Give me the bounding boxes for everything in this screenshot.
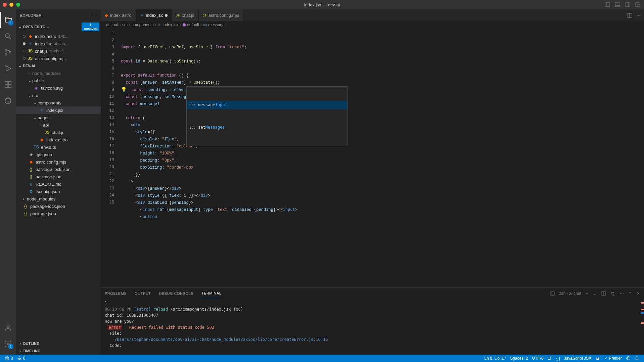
status-copilot-icon[interactable]: [593, 356, 602, 361]
open-editor-item[interactable]: ⚛ index.jsx ai-cha…: [16, 40, 101, 47]
activity-explorer[interactable]: 1: [0, 12, 16, 28]
folder-item[interactable]: ⌄public: [16, 77, 101, 84]
status-errors[interactable]: 0: [3, 355, 15, 362]
editor-body[interactable]: 1234567891011121314151617181920212223242…: [101, 29, 644, 287]
status-cursor-position[interactable]: Ln 8, Col 17: [482, 356, 508, 361]
suggest-item[interactable]: abc setMessages: [187, 123, 347, 132]
file-item[interactable]: ◆index.astro: [16, 136, 101, 143]
project-section[interactable]: ⌄ DEV-AI: [16, 62, 101, 70]
status-feedback-icon[interactable]: [624, 356, 633, 361]
breadcrumb[interactable]: ai-chat› src› components› ⚛ index.jsx› ⬢…: [101, 21, 644, 29]
status-prettier[interactable]: ✓Prettier: [602, 356, 624, 361]
file-item[interactable]: ◆astro.config.mjs: [16, 158, 101, 166]
activity-settings[interactable]: 1: [0, 336, 16, 352]
kill-terminal-icon[interactable]: [610, 291, 615, 296]
status-bell-icon[interactable]: [633, 356, 641, 361]
close-editor-icon[interactable]: [23, 50, 26, 52]
breadcrumb-item[interactable]: src: [122, 22, 128, 27]
file-item[interactable]: ◈.gitignore: [16, 151, 101, 158]
maximize-panel-icon[interactable]: ⌃: [629, 291, 632, 296]
open-editor-item[interactable]: JS chat.js ai-chat/…: [16, 47, 101, 55]
close-panel-icon[interactable]: ✕: [637, 291, 640, 296]
close-editor-icon[interactable]: [23, 57, 26, 60]
layout-panel-icon[interactable]: [614, 1, 621, 8]
customize-layout-icon[interactable]: [634, 1, 641, 8]
chevron-right-icon: ›: [17, 341, 23, 346]
activity-edge[interactable]: [0, 93, 16, 109]
lightbulb-icon[interactable]: 💡: [121, 87, 127, 92]
astro-file-icon: ◆: [28, 34, 33, 39]
file-item[interactable]: ▯README.md: [16, 180, 101, 188]
ts-file-icon: TS: [34, 144, 39, 150]
breadcrumb-item[interactable]: components: [132, 22, 153, 27]
status-language-braces-icon[interactable]: { }: [554, 356, 562, 361]
breadcrumb-item[interactable]: ⚛ index.jsx: [157, 22, 178, 27]
close-window-button[interactable]: [3, 3, 7, 7]
status-language[interactable]: JavaScript JSX: [562, 356, 593, 361]
unsaved-badge: 1 unsaved: [82, 22, 99, 31]
more-icon[interactable]: ⋯: [93, 13, 97, 17]
panel-tab-terminal[interactable]: TERMINAL: [201, 288, 222, 298]
file-item[interactable]: {}package-lock.json: [16, 202, 101, 210]
activity-run-debug[interactable]: [0, 60, 16, 77]
code-content[interactable]: import { useEffect, useRef, useState } f…: [121, 29, 644, 287]
timeline-section[interactable]: › TIMELINE: [16, 347, 101, 355]
activity-extensions[interactable]: [0, 77, 16, 93]
breadcrumb-item[interactable]: ▭ message: [203, 22, 225, 27]
split-terminal-icon[interactable]: [601, 291, 606, 296]
file-item[interactable]: {}package-lock.json: [16, 166, 101, 173]
tab-chat-js[interactable]: JS chat.js: [172, 9, 199, 21]
outline-section[interactable]: › OUTLINE: [16, 340, 101, 347]
open-editor-item[interactable]: ◆ index.astro ai-c…: [16, 33, 101, 40]
folder-item[interactable]: ⌄api: [16, 121, 101, 129]
folder-item[interactable]: ⌄components: [16, 99, 101, 106]
folder-item[interactable]: ›node_modules: [16, 70, 101, 77]
folder-item[interactable]: ⌄pages: [16, 114, 101, 121]
chevron-down-icon: ⌄: [17, 63, 23, 68]
svg-point-34: [598, 357, 599, 359]
status-indentation[interactable]: Spaces: 2: [508, 356, 530, 361]
file-item[interactable]: ⚙tsconfig.json: [16, 188, 101, 195]
terminal-dropdown-icon[interactable]: ⌄: [593, 291, 596, 296]
breadcrumb-item[interactable]: ⬢ default: [182, 22, 199, 27]
folder-item[interactable]: ›node_modules: [16, 195, 101, 202]
activity-accounts[interactable]: [0, 320, 16, 336]
terminal-label[interactable]: zsh - ai-chat: [559, 291, 581, 296]
suggest-item[interactable]: abc messageInput: [187, 101, 347, 109]
maximize-window-button[interactable]: [16, 3, 20, 7]
more-icon[interactable]: ⋯: [620, 291, 624, 296]
breadcrumb-item[interactable]: ai-chat: [106, 22, 118, 27]
tab-index-jsx[interactable]: ⚛ index.jsx: [136, 9, 172, 21]
panel-tab-debug-console[interactable]: DEBUG CONSOLE: [159, 289, 193, 298]
minimize-window-button[interactable]: [9, 3, 13, 7]
activity-search[interactable]: [0, 28, 16, 44]
terminal-profile-icon[interactable]: [550, 291, 555, 296]
layout-sidebar-right-icon[interactable]: [624, 1, 631, 8]
split-editor-icon[interactable]: [627, 13, 632, 18]
file-item[interactable]: {}package.json: [16, 173, 101, 180]
file-item[interactable]: JSchat.js: [16, 129, 101, 136]
folder-item[interactable]: ⌄src: [16, 92, 101, 99]
terminal-output[interactable]: } 08:10:06 PM [astro] reload /src/compon…: [101, 299, 644, 355]
file-item[interactable]: ◉favicon.svg: [16, 84, 101, 92]
intellisense-popup[interactable]: abc messageInput abc setMessages: [186, 86, 348, 146]
file-item[interactable]: {}package.json: [16, 210, 101, 217]
tab-index-astro[interactable]: ◆ index.astro: [101, 9, 136, 21]
more-actions-icon[interactable]: ⋯: [636, 13, 641, 18]
tab-astro-config[interactable]: JS astro.config.mjs: [199, 9, 243, 21]
js-file-icon: JS: [176, 14, 180, 17]
panel-tab-output[interactable]: OUTPUT: [135, 289, 151, 298]
status-warnings[interactable]: 0: [15, 355, 28, 362]
close-editor-icon[interactable]: [23, 35, 26, 38]
open-editors-section[interactable]: ⌄ OPEN EDITO… 1 unsaved: [16, 21, 101, 33]
file-item[interactable]: TSenv.d.ts: [16, 143, 101, 151]
status-encoding[interactable]: UTF-8: [530, 356, 546, 361]
status-eol[interactable]: LF: [546, 356, 554, 361]
chevron-down-icon: ⌄: [17, 25, 23, 29]
open-editor-item[interactable]: JS astro.config.mj…: [16, 55, 101, 62]
file-item[interactable]: ⚛index.jsx: [16, 106, 101, 114]
layout-sidebar-left-icon[interactable]: [604, 1, 611, 8]
new-terminal-icon[interactable]: +: [586, 291, 588, 296]
panel-tab-problems[interactable]: PROBLEMS: [105, 289, 127, 298]
activity-source-control[interactable]: [0, 44, 16, 60]
